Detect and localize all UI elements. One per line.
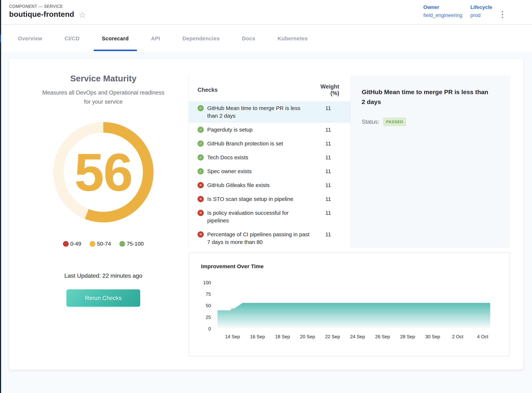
svg-text:22 Sep: 22 Sep: [325, 334, 340, 339]
status-badge: PASSED: [383, 118, 406, 126]
check-passed-icon: ✓: [198, 154, 204, 161]
improvement-chart-card: Improvement Over Time 14 Sep16 Sep18 Sep…: [189, 252, 510, 356]
check-passed-icon: ✓: [198, 127, 204, 133]
score-legend: 0-49 50-74 75-100: [18, 241, 189, 247]
svg-text:14 Sep: 14 Sep: [225, 334, 240, 339]
check-row[interactable]: ✓ GitHub Mean time to merge PR is less t…: [189, 101, 351, 123]
check-passed-icon: ✓: [198, 168, 204, 174]
checks-panel: Checks Weight (%) ✓ GitHub Mean time to …: [189, 76, 351, 248]
checks-column-header: Checks: [198, 87, 318, 93]
left-edge-strip: [0, 0, 1, 393]
svg-text:28 Sep: 28 Sep: [400, 334, 415, 339]
entity-tabs: Overview CI/CD Scorecard API Dependencie…: [1, 25, 532, 52]
nav-active-indicator: [0, 35, 1, 42]
legend-dot-red: [63, 241, 69, 247]
weight-column-header: Weight (%): [318, 83, 351, 97]
legend-dot-yellow: [90, 241, 95, 247]
tab-docs[interactable]: Docs: [234, 25, 264, 52]
check-passed-icon: ✓: [198, 105, 204, 111]
checks-list: ✓ GitHub Mean time to merge PR is less t…: [198, 101, 351, 249]
check-failed-icon: ✕: [198, 196, 204, 202]
check-failed-icon: ✕: [198, 231, 204, 238]
scorecard-card: Service Maturity Measures all DevOps and…: [9, 59, 523, 370]
check-row[interactable]: ✕ Is STO scan stage setup in pipeline 11: [189, 192, 351, 206]
svg-text:30 Sep: 30 Sep: [425, 334, 440, 339]
check-failed-icon: ✕: [198, 210, 204, 216]
check-row[interactable]: ✕ Percentage of CI pipelines passing in …: [189, 227, 351, 249]
last-updated-text: Last Updated: 22 minutes ago: [18, 272, 189, 279]
entity-kind-label: COMPONENT — SERVICE: [9, 4, 63, 9]
check-row[interactable]: ✕ GitHub Gitleaks file exists 11: [189, 178, 351, 192]
svg-text:25: 25: [206, 315, 211, 320]
svg-text:2 Oct: 2 Oct: [452, 334, 463, 339]
checks-header-row: Checks Weight (%): [198, 83, 351, 97]
check-row[interactable]: ✕ Is policy evaluation successful for pi…: [189, 206, 351, 227]
kebab-menu-icon[interactable]: [500, 10, 505, 19]
svg-text:100: 100: [203, 280, 211, 285]
check-detail-title: GitHub Mean time to merge PR is less tha…: [362, 87, 490, 107]
tab-overview[interactable]: Overview: [10, 25, 50, 52]
svg-text:26 Sep: 26 Sep: [375, 334, 390, 339]
scorecard-subtitle: Measures all DevOps and Operational read…: [41, 88, 165, 106]
svg-text:20 Sep: 20 Sep: [300, 334, 315, 339]
lifecycle-label: Lifecycle: [470, 4, 492, 10]
scorecard-title: Service Maturity: [18, 73, 189, 83]
legend-item-mid: 50-74: [90, 241, 111, 247]
score-value: 56: [53, 122, 154, 222]
svg-text:50: 50: [206, 303, 211, 308]
tab-dependencies[interactable]: Dependencies: [174, 25, 228, 52]
svg-text:4 Oct: 4 Oct: [477, 334, 488, 339]
owner-link[interactable]: field_engineering: [423, 12, 462, 18]
tab-scorecard[interactable]: Scorecard: [94, 25, 137, 52]
tab-api[interactable]: API: [143, 25, 168, 52]
tab-kubernetes[interactable]: Kubernetes: [269, 25, 316, 52]
star-favorite-icon[interactable]: ☆: [79, 10, 86, 19]
owner-label: Owner: [423, 4, 462, 10]
check-status-row: Status: PASSED: [362, 118, 490, 126]
check-passed-icon: ✓: [198, 141, 204, 147]
owner-block: Owner field_engineering: [423, 4, 462, 18]
legend-item-high: 75-100: [119, 241, 144, 247]
score-donut-chart: 56: [53, 122, 154, 222]
check-detail-panel: GitHub Mean time to merge PR is less tha…: [351, 76, 510, 248]
check-row[interactable]: ✓ Pagerduty is setup 11: [189, 123, 351, 137]
check-row[interactable]: ✓ GitHub Branch protection is set 11: [189, 137, 351, 151]
svg-text:18 Sep: 18 Sep: [275, 334, 290, 339]
legend-item-low: 0-49: [63, 241, 81, 247]
legend-dot-green: [119, 241, 125, 247]
entity-meta: Owner field_engineering Lifecycle prod: [423, 4, 505, 19]
entity-header: COMPONENT — SERVICE boutique-frontend ☆ …: [1, 0, 532, 25]
improvement-area-chart: 14 Sep16 Sep18 Sep20 Sep22 Sep24 Sep26 S…: [189, 253, 510, 356]
svg-text:75: 75: [206, 292, 211, 297]
svg-text:24 Sep: 24 Sep: [350, 334, 365, 339]
rerun-checks-button[interactable]: Rerun Checks: [66, 289, 140, 307]
entity-title-row: boutique-frontend ☆: [9, 10, 86, 19]
lifecycle-block: Lifecycle prod: [470, 4, 492, 18]
check-row[interactable]: ✓ Tech Docs exists 11: [189, 151, 351, 164]
status-label: Status:: [362, 119, 379, 125]
svg-text:0: 0: [208, 326, 211, 331]
maturity-summary: Service Maturity Measures all DevOps and…: [9, 59, 189, 370]
tab-cicd[interactable]: CI/CD: [56, 25, 88, 52]
page-title: boutique-frontend: [9, 10, 74, 19]
check-row[interactable]: ✓ Spec owner exists 11: [189, 164, 351, 178]
check-failed-icon: ✕: [198, 182, 204, 188]
lifecycle-value: prod: [470, 12, 492, 18]
svg-text:16 Sep: 16 Sep: [250, 334, 265, 339]
